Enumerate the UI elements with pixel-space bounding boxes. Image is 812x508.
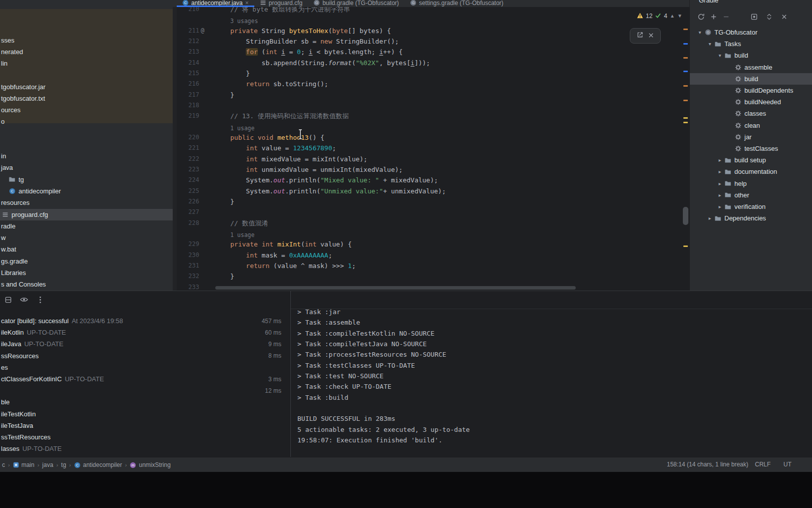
more-options-icon[interactable] [35, 295, 45, 305]
line-number[interactable]: 217 [177, 90, 199, 100]
horizontal-scrollbar[interactable] [215, 286, 576, 290]
code-line[interactable]: 223 int unmixedValue = unmixInt(mixedVal… [177, 164, 682, 175]
show-output-icon[interactable] [19, 295, 29, 305]
chevron-right-icon[interactable]: ▸ [706, 215, 714, 221]
stripe-mark[interactable] [683, 100, 688, 101]
code-line[interactable]: 219// 13. 使用掩码和位运算混淆数值数据 [177, 111, 682, 121]
project-item-gs-gradle[interactable]: gs.gradle [0, 256, 173, 267]
line-number[interactable]: 228 [177, 218, 199, 228]
chevron-right-icon[interactable]: ▸ [716, 181, 724, 186]
project-item-s-and-consoles[interactable]: s and Consoles [0, 279, 173, 290]
code-inlay-row[interactable]: 1 usage [177, 228, 682, 239]
gradle-tree-item-classes[interactable]: classes [690, 108, 812, 119]
line-number[interactable]: 214 [177, 58, 199, 68]
editor-tab-settings-gradle-tg-obfuscator[interactable]: Gsettings.gradle (TG-Obfuscator) [404, 0, 509, 7]
sync-gradle-button[interactable] [696, 12, 706, 22]
editor-tab-build-gradle-tg-obfuscator[interactable]: Gbuild.gradle (TG-Obfuscator) [308, 0, 404, 7]
chevron-right-icon[interactable]: ▸ [716, 169, 724, 174]
line-number[interactable]: 231 [177, 261, 199, 271]
chevron-right-icon[interactable]: ▸ [716, 204, 724, 209]
build-output-row[interactable]: 12 ms [0, 385, 290, 396]
project-item-w[interactable]: w [0, 232, 173, 243]
project-item-libraries[interactable]: Libraries [0, 267, 173, 279]
code-line[interactable]: 225 System.out.println("Unmixed value:"+… [177, 186, 682, 196]
code-line[interactable]: 229private int mixInt(int value) { [177, 239, 682, 249]
chevron-right-icon[interactable]: ▸ [716, 192, 724, 198]
breadcrumb-item-main[interactable]: main [13, 461, 35, 468]
stripe-mark[interactable] [683, 245, 688, 247]
code-line[interactable]: 221 int value = 1234567890; [177, 143, 682, 153]
build-console[interactable]: > Task :jar> Task :assemble> Task :compi… [290, 291, 812, 457]
gradle-tree-item-tasks[interactable]: ▾Tasks [690, 38, 812, 50]
line-number[interactable]: 218 [177, 100, 199, 111]
code-line[interactable]: 214 sb.append(String.format("%02X", byte… [177, 58, 682, 68]
code-inlay-row[interactable]: 3 usages [177, 15, 682, 25]
floating-toolbar[interactable] [630, 28, 661, 44]
project-item-java[interactable]: java [0, 162, 173, 173]
code-line[interactable]: 224 System.out.println("Mixed value: " +… [177, 175, 682, 185]
gradle-tree-item-build[interactable]: ▾build [690, 50, 812, 61]
code-line[interactable]: 222 int mixedValue = mixInt(value); [177, 154, 682, 164]
code-line[interactable]: 230 int mask = 0xAAAAAAAA; [177, 250, 682, 261]
project-item-o[interactable]: o [0, 116, 173, 127]
build-output-row[interactable]: ileTestKotlin [0, 408, 290, 420]
line-number[interactable]: 220 [177, 132, 199, 143]
code-line[interactable]: 216 return sb.toString(); [177, 79, 682, 89]
build-output-row[interactable]: lassesUP-TO-DATE [0, 443, 290, 454]
gradle-tree-item-dependencies[interactable]: ▸Dependencies [690, 212, 812, 224]
build-output-row[interactable]: ileJavaUP-TO-DATE9 ms [0, 338, 290, 350]
build-output-row[interactable]: ble [0, 396, 290, 408]
code-line[interactable]: 226} [177, 196, 682, 207]
gradle-tree-item-testclasses[interactable]: testClasses [690, 143, 812, 154]
code-line[interactable]: 218 [177, 100, 682, 111]
stripe-mark[interactable] [683, 29, 688, 30]
line-number[interactable]: 233 [177, 282, 199, 291]
gradle-tree-item-tg-obfuscator[interactable]: ▾GTG-Obfuscator [690, 27, 812, 38]
project-item-tgobfuscator-txt[interactable]: tgobfuscator.txt [0, 93, 173, 104]
stripe-mark[interactable] [683, 85, 688, 87]
inspections-widget[interactable]: 12 4 ▲ ▼ [637, 11, 682, 21]
gradle-tree-item-clean[interactable]: clean [690, 120, 812, 131]
next-problem-icon[interactable]: ▼ [677, 14, 682, 19]
stripe-mark[interactable] [683, 43, 688, 45]
project-item-tg[interactable]: tg [0, 174, 173, 185]
code-line[interactable]: 215 } [177, 68, 682, 79]
line-number[interactable]: 210 [177, 7, 199, 15]
gutter-annotation-icon[interactable]: @ [201, 26, 204, 36]
gradle-tree-item-verification[interactable]: ▸verification [690, 201, 812, 212]
breadcrumb-item-unmixstring[interactable]: munmixString [130, 461, 170, 468]
line-number[interactable]: 219 [177, 111, 199, 121]
line-number[interactable]: 229 [177, 239, 199, 249]
build-output-row[interactable]: ssResources8 ms [0, 350, 290, 362]
settings-button[interactable] [749, 12, 759, 22]
code-line[interactable]: 213 for (int i = 0; i < bytes.length; i+… [177, 47, 682, 57]
gradle-tree-item-build[interactable]: build [690, 73, 812, 85]
encoding-indicator[interactable]: UT [783, 461, 791, 468]
project-item-in[interactable]: in [0, 150, 173, 162]
breadcrumb-item-c[interactable]: c [2, 461, 5, 468]
stripe-mark[interactable] [683, 117, 688, 119]
line-number[interactable]: 226 [177, 196, 199, 207]
gradle-tree-item-builddependents[interactable]: buildDependents [690, 85, 812, 96]
stripe-mark[interactable] [683, 71, 688, 72]
build-output-row[interactable]: ssTestResources [0, 431, 290, 443]
project-item-lin[interactable]: lin [0, 58, 173, 69]
stripe-mark[interactable] [683, 57, 688, 59]
editor-tab-proguard-cfg[interactable]: proguard.cfg [254, 0, 308, 7]
line-number[interactable]: 222 [177, 154, 199, 164]
editor-tab-antidecompiler-java[interactable]: Cantidecompiler.java× [177, 0, 254, 7]
gradle-tree-item-build-setup[interactable]: ▸build setup [690, 154, 812, 166]
console-viewport[interactable]: > Task :jar> Task :assemble> Task :compi… [291, 309, 812, 457]
code-line[interactable]: 211@private String bytesToHex(byte[] byt… [177, 26, 682, 36]
line-number[interactable]: 223 [177, 164, 199, 175]
build-output-row[interactable]: ileKotlinUP-TO-DATE60 ms [0, 327, 290, 338]
line-number[interactable]: 227 [177, 207, 199, 217]
add-button[interactable] [708, 12, 718, 22]
line-ending-indicator[interactable]: CRLF [755, 461, 770, 468]
code-inlay-row[interactable]: 1 usage [177, 122, 682, 132]
stripe-mark[interactable] [683, 122, 688, 123]
gradle-tree-item-buildneeded[interactable]: buildNeeded [690, 96, 812, 108]
project-item-nerated[interactable]: nerated [0, 46, 173, 58]
chevron-right-icon[interactable]: ▸ [716, 157, 724, 163]
code-line[interactable]: 212 StringBuilder sb = new StringBuilder… [177, 36, 682, 47]
